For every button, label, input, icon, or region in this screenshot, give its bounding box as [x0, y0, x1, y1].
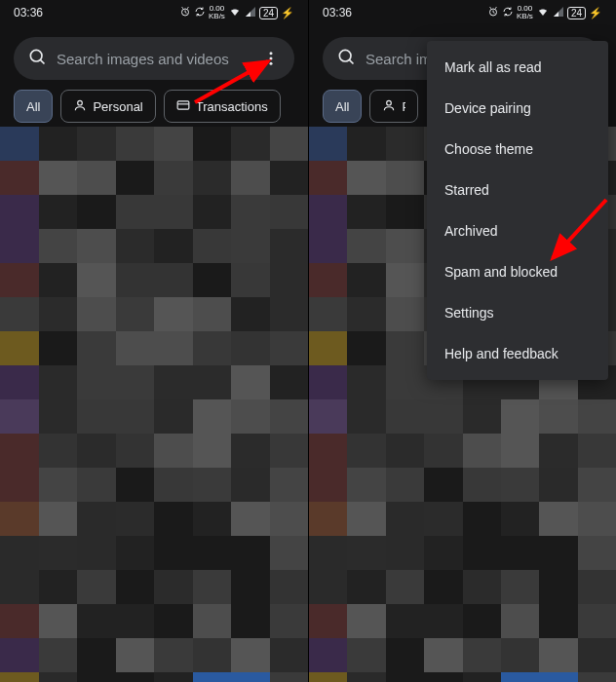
battery-indicator: 24 [259, 7, 278, 19]
charging-icon: ⚡ [281, 7, 294, 19]
menu-mark-all-read[interactable]: Mark all as read [427, 47, 608, 88]
conversation-list-blurred [0, 127, 308, 682]
charging-icon: ⚡ [589, 7, 602, 19]
card-icon [176, 98, 190, 115]
status-bar: 03:36 0.00 KB/s 24 ⚡ [309, 0, 616, 25]
svg-point-2 [270, 52, 273, 55]
alarm-icon [487, 6, 499, 20]
more-icon[interactable] [257, 45, 285, 72]
search-placeholder: Search images and videos [57, 51, 248, 67]
data-rate: 0.00 KB/s [209, 5, 225, 20]
chip-label: All [26, 99, 40, 114]
signal-icon [553, 6, 564, 20]
sync-icon [502, 6, 514, 20]
svg-point-5 [78, 100, 83, 105]
wifi-icon [536, 6, 550, 20]
signal-icon [245, 6, 256, 20]
menu-device-pairing[interactable]: Device pairing [427, 88, 608, 129]
svg-rect-6 [177, 100, 189, 108]
svg-point-4 [270, 62, 273, 65]
alarm-icon [179, 6, 191, 20]
chip-label: Personal [402, 99, 405, 114]
filter-chips: All Personal Transactions [0, 90, 308, 131]
status-time: 03:36 [14, 6, 43, 19]
menu-settings[interactable]: Settings [427, 292, 608, 333]
data-rate: 0.00 KB/s [517, 5, 533, 20]
menu-starred[interactable]: Starred [427, 170, 608, 210]
overflow-menu: Mark all as read Device pairing Choose t… [427, 41, 608, 380]
person-icon [73, 98, 87, 115]
screen-right: 03:36 0.00 KB/s 24 ⚡ [308, 0, 616, 682]
svg-point-10 [387, 100, 392, 105]
menu-archived[interactable]: Archived [427, 210, 608, 251]
chip-personal[interactable]: Personal [369, 90, 418, 123]
svg-point-9 [339, 50, 351, 61]
chip-label: Transactions [196, 99, 268, 114]
chip-all[interactable]: All [323, 90, 362, 123]
menu-spam-blocked[interactable]: Spam and blocked [427, 251, 608, 292]
svg-point-3 [270, 57, 273, 60]
chip-label: Personal [93, 99, 142, 114]
status-bar: 03:36 0.00 KB/s 24 ⚡ [0, 0, 308, 25]
search-bar[interactable]: Search images and videos [14, 37, 294, 80]
svg-point-1 [30, 50, 42, 61]
person-icon [382, 98, 396, 115]
screen-left: 03:36 0.00 KB/s 24 ⚡ [0, 0, 308, 682]
chip-transactions[interactable]: Transactions [164, 90, 281, 123]
chip-personal[interactable]: Personal [60, 90, 155, 123]
search-icon [27, 47, 47, 70]
chip-all[interactable]: All [14, 90, 53, 123]
search-icon [336, 47, 356, 70]
menu-help[interactable]: Help and feedback [427, 333, 608, 374]
sync-icon [194, 6, 206, 20]
status-time: 03:36 [323, 6, 352, 19]
wifi-icon [228, 6, 242, 20]
battery-indicator: 24 [567, 7, 586, 19]
menu-choose-theme[interactable]: Choose theme [427, 129, 608, 170]
chip-label: All [335, 99, 349, 114]
